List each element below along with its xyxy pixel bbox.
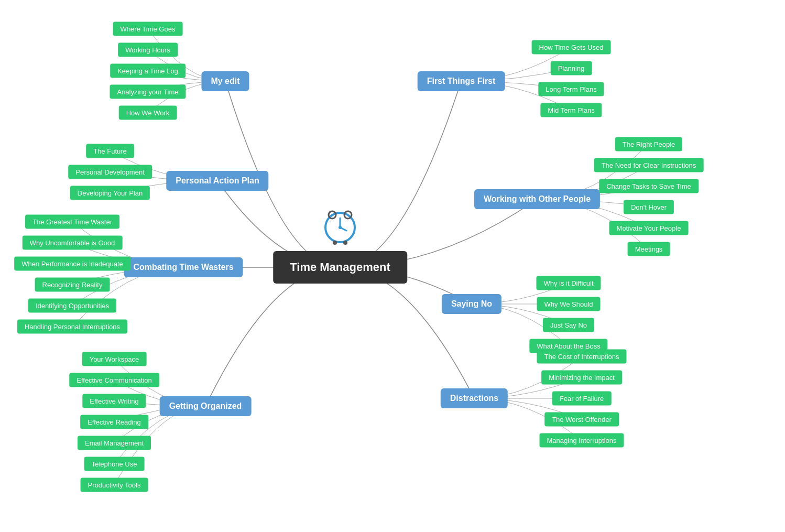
leaf-the-right-people[interactable]: The Right People <box>615 137 682 151</box>
leaf-the-greatest-time-waster[interactable]: The Greatest Time Waster <box>25 215 119 229</box>
leaf-managing-interruptions[interactable]: Managing Interruptions <box>540 433 624 448</box>
leaf-effective-communication[interactable]: Effective Communication <box>69 373 159 387</box>
leaf-your-workspace[interactable]: Your Workspace <box>82 352 147 366</box>
clock-icon <box>319 204 361 248</box>
leaf-when-performance-is-inadequate[interactable]: When Performance is Inadequate <box>14 257 130 271</box>
branch-my-edit[interactable]: My edit <box>201 71 249 91</box>
leaf-working-hours[interactable]: Working Hours <box>118 43 178 57</box>
leaf-mid-term-plans[interactable]: Mid Term Plans <box>540 103 602 117</box>
center-label: Time Management <box>290 260 390 274</box>
branch-combating-time-wasters[interactable]: Combating Time Wasters <box>124 257 243 277</box>
leaf-telephone-use[interactable]: Telephone Use <box>84 457 145 471</box>
leaf-the-future[interactable]: The Future <box>86 144 134 158</box>
center-node: Time Management <box>273 251 407 284</box>
leaf-handling-personal-interruptions[interactable]: Handling Personal Interruptions <box>17 320 127 334</box>
leaf-how-time-gets-used[interactable]: How Time Gets Used <box>532 40 611 55</box>
leaf-identifying-opportunities[interactable]: Identifying Opportunities <box>28 299 116 313</box>
leaf-long-term-plans[interactable]: Long Term Plans <box>538 82 604 96</box>
branch-first-things-first[interactable]: First Things First <box>418 71 505 91</box>
leaf-don't-hover[interactable]: Don't Hover <box>624 200 674 214</box>
leaf-recognizing-reality[interactable]: Recognizing Reality <box>35 278 110 292</box>
leaf-the-worst-offender[interactable]: The Worst Offender <box>544 412 619 427</box>
leaf-change-tasks-to-save-time[interactable]: Change Tasks to Save Time <box>599 179 699 193</box>
leaf-just-say-no[interactable]: Just Say No <box>543 318 594 332</box>
leaf-why-we-should[interactable]: Why We Should <box>537 297 601 311</box>
branch-saying-no[interactable]: Saying No <box>442 294 501 314</box>
leaf-where-time-goes[interactable]: Where Time Goes <box>113 22 183 36</box>
svg-point-6 <box>343 241 347 245</box>
mindmap-container: Time Management My editWhere Time GoesWo… <box>0 0 785 532</box>
branch-personal-action-plan[interactable]: Personal Action Plan <box>166 171 268 191</box>
branch-getting-organized[interactable]: Getting Organized <box>160 396 252 416</box>
leaf-analyzing-your-time[interactable]: Analyzing your Time <box>110 85 186 99</box>
leaf-the-need-for-clear-instructions[interactable]: The Need for Clear Instructions <box>594 158 704 172</box>
leaf-keeping-a-time-log[interactable]: Keeping a Time Log <box>110 64 186 78</box>
leaf-meetings[interactable]: Meetings <box>628 242 670 256</box>
leaf-effective-writing[interactable]: Effective Writing <box>82 394 146 408</box>
leaf-effective-reading[interactable]: Effective Reading <box>80 415 148 429</box>
leaf-why-is-it-difficult[interactable]: Why is it Difficult <box>536 276 601 290</box>
leaf-fear-of-failure[interactable]: Fear of Failure <box>552 392 612 406</box>
branch-distractions[interactable]: Distractions <box>441 388 508 408</box>
leaf-motivate-your-people[interactable]: Motivate Your People <box>609 221 689 235</box>
leaf-personal-development[interactable]: Personal Development <box>68 165 152 179</box>
svg-point-5 <box>333 241 337 245</box>
leaf-planning[interactable]: Planning <box>551 61 592 75</box>
leaf-minimizing-the-impact[interactable]: Minimizing the Impact <box>541 371 622 385</box>
leaf-email-management[interactable]: Email Management <box>78 436 151 450</box>
leaf-developing-your-plan[interactable]: Developing Your Plan <box>70 186 150 200</box>
svg-point-7 <box>339 226 342 229</box>
leaf-how-we-work[interactable]: How We Work <box>119 106 177 120</box>
leaf-why-uncomfortable-is-good[interactable]: Why Uncomfortable is Good <box>23 236 123 250</box>
leaf-the-cost-of-interruptions[interactable]: The Cost of Interruptions <box>537 350 626 364</box>
leaf-productivity-tools[interactable]: Productivity Tools <box>81 478 148 492</box>
branch-working-with-other-people[interactable]: Working with Other People <box>474 189 600 209</box>
